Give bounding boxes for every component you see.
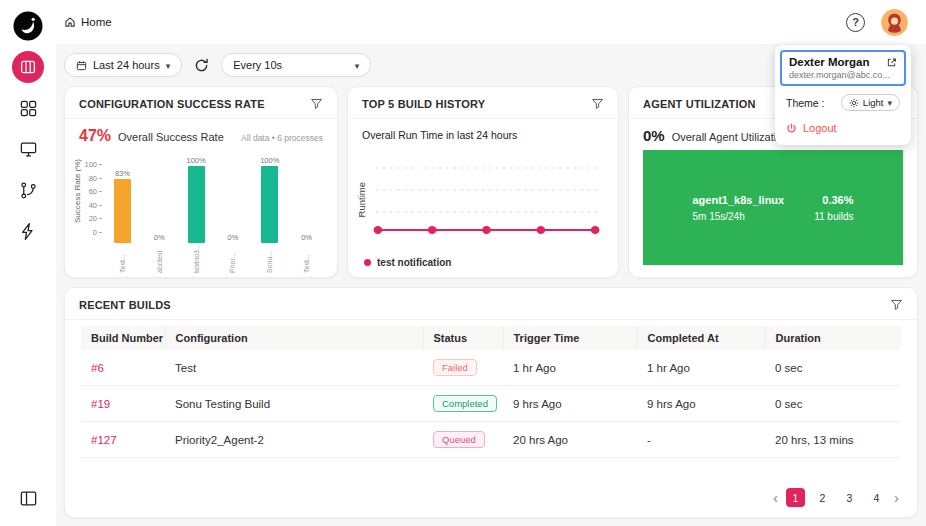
bar-x-label: Test... [303, 245, 310, 273]
refresh-interval-select[interactable]: Every 10s [221, 53, 371, 77]
breadcrumb-label: Home [81, 16, 112, 28]
breadcrumb[interactable]: Home [64, 16, 112, 28]
user-name-row: Dexter Morgan [789, 56, 897, 68]
theme-select[interactable]: Light [841, 94, 900, 111]
bar-plot-area: 83%Test...0%abctest100%testno3...0%Prior… [102, 147, 327, 273]
pagination-next[interactable] [894, 490, 899, 505]
card-recent-builds: RECENT BUILDS Build NumberConfigurationS… [64, 287, 918, 518]
bar-value-label: 0% [301, 233, 312, 242]
treemap-right-column: 0.36% 11 builds [814, 194, 853, 222]
pagination-page[interactable]: 4 [867, 488, 886, 507]
cell-config [165, 458, 423, 459]
column-header: Duration [765, 326, 901, 350]
user-menu: Dexter Morgan dexter.morgan@abc.co... Th… [775, 45, 911, 145]
cell-completed: 9 hrs Ago [637, 386, 765, 422]
card-title: AGENT UTILIZATION [643, 98, 756, 110]
column-header: Completed At [637, 326, 765, 350]
data-point[interactable] [428, 226, 437, 234]
time-range-button[interactable]: Last 24 hours [64, 53, 182, 77]
bar[interactable] [114, 179, 131, 243]
column-header: Status [423, 326, 503, 350]
data-point[interactable] [536, 226, 545, 234]
bar-wrap: 100% [186, 153, 205, 243]
data-point[interactable] [591, 226, 600, 234]
table-row[interactable]: #6TestFailed1 hr Ago1 hr Ago0 sec [81, 350, 901, 386]
bar[interactable] [261, 166, 278, 243]
bar-x-label: abctest [156, 245, 163, 273]
user-email: dexter.morgan@abc.co... [789, 70, 897, 80]
home-icon [64, 16, 76, 28]
bar-group: 0%Test... [294, 153, 320, 273]
refresh-interval-value: Every 10s [233, 59, 282, 71]
success-rate-meta: All data • 6 processes [241, 133, 323, 143]
logout-button[interactable]: Logout [780, 115, 906, 140]
success-rate-bar-chart: Success Rate (%) 100806040200 83%Test...… [65, 147, 337, 277]
bar-wrap: 0% [301, 153, 312, 243]
line-plot-area [367, 152, 606, 248]
bar-wrap: 0% [227, 153, 238, 243]
chevron-down-icon [166, 59, 171, 71]
bar-x-label: testno3... [193, 245, 200, 273]
sidebar-item-pipelines[interactable] [12, 174, 44, 206]
cell-completed [637, 458, 765, 459]
cell-trigger: 20 hrs Ago [503, 422, 637, 458]
sidebar-collapse-button[interactable] [12, 482, 44, 514]
cell-status: Queued [423, 422, 503, 458]
agent-name: agent1_k8s_linux [692, 194, 784, 206]
refresh-button[interactable] [192, 56, 211, 75]
agent-utilization-pct: 0.36% [814, 194, 853, 206]
builds-table-container: Build NumberConfigurationStatusTrigger T… [81, 326, 901, 458]
overall-success-rate-value: 47% [79, 127, 111, 145]
external-link-icon[interactable] [886, 57, 897, 68]
overall-success-rate-label: Overall Success Rate [118, 131, 224, 143]
pagination-page[interactable]: 2 [813, 488, 832, 507]
sidebar-item-dashboard[interactable] [12, 51, 44, 83]
chart-legend: test notification [348, 257, 618, 277]
agent-build-count: 11 builds [814, 211, 853, 222]
data-point[interactable] [374, 226, 383, 234]
agent-treemap-cell[interactable]: agent1_k8s_linux 5m 15s/24h 0.36% 11 bui… [643, 150, 903, 265]
build-history-line-chart: Runtime [348, 141, 618, 257]
pagination-page[interactable]: 1 [786, 488, 805, 507]
status-badge: Failed [433, 359, 477, 376]
sidebar-item-apps[interactable] [12, 92, 44, 124]
cell-build: #6 [81, 350, 165, 386]
logout-label: Logout [803, 122, 837, 134]
column-header: Configuration [165, 326, 423, 350]
y-axis-ticks: 100806040200 [82, 160, 102, 237]
user-avatar[interactable] [881, 9, 908, 36]
y-tick-label: 60 [82, 187, 102, 196]
table-row[interactable]: #19Sonu Testing BuildCompleted9 hrs Ago9… [81, 386, 901, 422]
help-icon[interactable] [846, 13, 865, 32]
panel-left-icon [19, 489, 38, 508]
table-header-row: Build NumberConfigurationStatusTrigger T… [81, 326, 901, 350]
data-point[interactable] [482, 226, 491, 234]
filter-icon[interactable] [310, 97, 323, 110]
filter-icon[interactable] [890, 298, 903, 311]
cell-duration: 0 sec [765, 350, 901, 386]
cell-trigger: 9 hrs Ago [503, 386, 637, 422]
app-window: Home Last 2 [0, 0, 926, 526]
sidebar-item-monitor[interactable] [12, 133, 44, 165]
sidebar-item-actions[interactable] [12, 215, 44, 247]
table-row[interactable]: #127Priority2_Agent-2Queued20 hrs Ago-20… [81, 422, 901, 458]
theme-label: Theme : [786, 97, 825, 109]
bar-group: 0%abctest [146, 153, 172, 273]
logo-icon [13, 11, 43, 41]
theme-value: Light [863, 97, 884, 108]
pagination-prev[interactable] [773, 490, 778, 505]
filter-icon[interactable] [591, 97, 604, 110]
topbar: Home [56, 0, 926, 44]
card-top5-build-history: TOP 5 BUILD HISTORY Overall Run Time in … [347, 86, 619, 278]
card-title: RECENT BUILDS [79, 299, 171, 311]
cell-build: #19 [81, 386, 165, 422]
cell-status: Completed [423, 386, 503, 422]
bar-value-label: 0% [227, 233, 238, 242]
cell-status: Failed [423, 350, 503, 386]
cell-trigger: 1 hr Ago [503, 350, 637, 386]
treemap-left-column: agent1_k8s_linux 5m 15s/24h [692, 194, 784, 222]
bar[interactable] [188, 166, 205, 243]
builds-table: Build NumberConfigurationStatusTrigger T… [81, 326, 901, 458]
chevron-down-icon [355, 59, 360, 71]
pagination-page[interactable]: 3 [840, 488, 859, 507]
